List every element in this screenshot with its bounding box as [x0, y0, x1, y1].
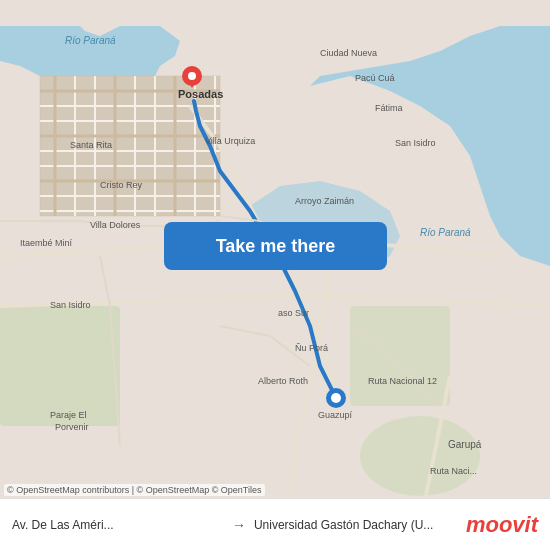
svg-text:Ruta Naci...: Ruta Naci... [430, 466, 477, 476]
svg-text:Villa Urquiza: Villa Urquiza [205, 136, 255, 146]
svg-point-54 [188, 72, 196, 80]
svg-text:Ciudad Nueva: Ciudad Nueva [320, 48, 377, 58]
svg-text:Fátima: Fátima [375, 103, 403, 113]
svg-text:San Isidro: San Isidro [395, 138, 436, 148]
svg-text:Río Paraná: Río Paraná [65, 35, 116, 46]
svg-text:Santa Rita: Santa Rita [70, 140, 112, 150]
svg-text:aso Sur: aso Sur [278, 308, 309, 318]
svg-text:Paraje El: Paraje El [50, 410, 87, 420]
svg-text:Arroyo Zaimán: Arroyo Zaimán [295, 196, 354, 206]
svg-text:Villa Dolores: Villa Dolores [90, 220, 141, 230]
svg-text:Guazupí: Guazupí [318, 410, 353, 420]
moovit-logo-text: moovit [466, 512, 538, 537]
route-to: Universidad Gastón Dachary (U... [254, 518, 466, 532]
map-container: Río Paraná Ciudad Nueva Pacú Cuá Fátima … [0, 0, 550, 550]
svg-text:Ruta Nacional 12: Ruta Nacional 12 [368, 376, 437, 386]
svg-text:Río Paraná: Río Paraná [420, 227, 471, 238]
svg-text:San Isidro: San Isidro [50, 300, 91, 310]
svg-text:Posadas: Posadas [178, 88, 223, 100]
map-svg: Río Paraná Ciudad Nueva Pacú Cuá Fátima … [0, 0, 550, 550]
svg-text:Garupá: Garupá [448, 439, 482, 450]
svg-text:Itaembé Miní: Itaembé Miní [20, 238, 73, 248]
svg-text:Ñu Porá: Ñu Porá [295, 343, 328, 353]
svg-text:Pacú Cuá: Pacú Cuá [355, 73, 395, 83]
route-from: Av. De Las Améri... [12, 518, 224, 532]
svg-text:Porvenir: Porvenir [55, 422, 89, 432]
svg-text:Alberto Roth: Alberto Roth [258, 376, 308, 386]
bottom-bar: Av. De Las Améri... → Universidad Gastón… [0, 498, 550, 550]
map-attribution: © OpenStreetMap contributors | © OpenStr… [4, 484, 265, 496]
svg-point-3 [360, 416, 480, 496]
moovit-logo: moovit [466, 512, 538, 538]
route-arrow: → [232, 517, 246, 533]
svg-rect-2 [350, 306, 450, 406]
take-me-there-button[interactable]: Take me there [164, 222, 387, 270]
svg-rect-1 [0, 306, 120, 426]
svg-text:Cristo Rey: Cristo Rey [100, 180, 143, 190]
svg-point-56 [331, 393, 341, 403]
